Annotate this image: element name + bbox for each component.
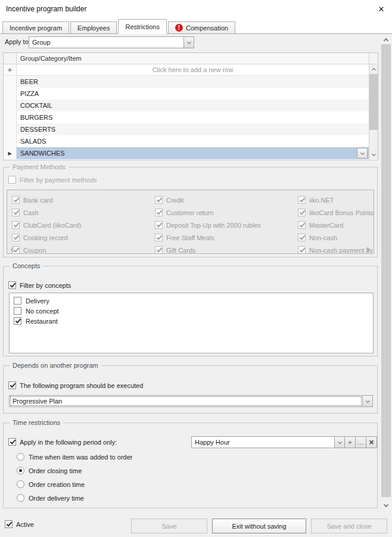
title-bar: Incentive program builder ✕ <box>0 0 392 18</box>
table-row-selected[interactable]: ▶ SANDWICHES <box>4 147 369 159</box>
checkbox-icon <box>298 209 306 216</box>
payment-methods-panel: Bank card Cash ClubCard (iikoCard) Cooki… <box>7 190 374 254</box>
depends-on-program-group: Depends on another program The following… <box>3 365 378 414</box>
radio-order-creation-time[interactable]: Order creation time <box>17 480 85 488</box>
grid-header-corner <box>4 53 17 64</box>
grid-header-row: Group/Category/Item <box>4 53 378 64</box>
apply-to-dropdown[interactable]: Group <box>29 36 194 48</box>
checkbox-icon <box>298 246 306 253</box>
close-icon[interactable]: ✕ <box>375 3 387 15</box>
exit-without-saving-button[interactable]: Exit without saving <box>212 519 306 533</box>
checkbox-icon <box>14 307 21 315</box>
checkbox-icon <box>12 234 20 241</box>
radio-order-closing-time[interactable]: Order closing time <box>17 467 82 474</box>
chevron-down-icon[interactable] <box>183 37 194 48</box>
program-dropdown[interactable]: Progressive Plan <box>9 395 373 407</box>
table-row[interactable]: SALADS <box>4 135 369 147</box>
table-cell: DESSERTS <box>17 123 369 135</box>
checkbox-label: Filter by concepts <box>20 282 71 289</box>
tab-restrictions[interactable]: Restrictions <box>118 19 166 34</box>
table-row[interactable]: BURGERS <box>4 111 369 123</box>
apply-period-checkbox[interactable]: Apply in the following period only: <box>8 438 117 446</box>
checkbox-icon <box>12 196 20 204</box>
radio-icon <box>17 480 24 488</box>
concept-item-no-concept[interactable]: No concept <box>14 306 373 316</box>
group-category-item-grid: Group/Category/Item ✳ Click here to add … <box>3 52 378 160</box>
payment-methods-column: Bank card Cash ClubCard (iikoCard) Cooki… <box>12 194 155 253</box>
add-period-button[interactable]: + <box>345 436 356 448</box>
plus-icon: + <box>348 439 351 446</box>
edit-period-button[interactable]: … <box>356 436 366 448</box>
table-cell: SALADS <box>17 135 369 147</box>
program-should-execute-checkbox[interactable]: The following program should be executed <box>8 381 143 389</box>
payment-method-item: Coupon <box>12 244 155 254</box>
active-checkbox[interactable]: Active <box>5 520 34 528</box>
radio-order-delivery-time[interactable]: Order delivery time <box>17 494 84 502</box>
payment-method-item: Deposit Top-Up with 2000 rubles <box>155 219 298 231</box>
grid-new-row[interactable]: ✳ Click here to add a new row <box>4 64 369 76</box>
payment-method-item: Cash <box>12 206 155 219</box>
checkbox-icon <box>155 209 163 216</box>
table-cell: COCKTAIL <box>17 100 369 111</box>
save-button[interactable]: Save <box>131 519 207 533</box>
filter-by-payment-methods-checkbox[interactable]: Filter by payment methods <box>8 176 97 184</box>
checkbox-icon <box>298 234 306 241</box>
new-row-hint: Click here to add a new row <box>17 64 369 75</box>
concept-item-restaurant[interactable]: Restaurant <box>14 316 373 326</box>
payment-method-item: iiko.NET <box>298 194 374 206</box>
payment-method-item: Non-cash <box>298 231 374 244</box>
clear-period-button[interactable]: ✕ <box>366 436 377 448</box>
scroll-down-icon[interactable] <box>381 501 391 510</box>
apply-to-value: Group <box>29 37 183 48</box>
checkbox-icon <box>14 297 21 305</box>
checkbox-icon <box>298 221 306 229</box>
radio-icon <box>17 467 24 474</box>
ellipsis-icon: … <box>357 439 364 446</box>
time-restrictions-group: Time restrictions Apply in the following… <box>3 423 378 508</box>
checkbox-icon <box>8 381 16 389</box>
page-vertical-scrollbar[interactable] <box>381 35 391 510</box>
chevron-down-icon[interactable] <box>362 396 372 406</box>
checkbox-label: Apply in the following period only: <box>20 439 117 446</box>
grid-vertical-scrollbar[interactable] <box>369 64 378 159</box>
chevron-down-icon <box>360 150 364 154</box>
tab-label: Restrictions <box>125 23 159 30</box>
scroll-up-icon[interactable] <box>381 35 391 44</box>
payment-method-item: Credit <box>155 194 298 206</box>
checkbox-label: The following program should be executed <box>20 382 143 389</box>
radio-time-item-added[interactable]: Time when item was added to order <box>17 453 132 461</box>
scrollbar-thumb[interactable] <box>369 74 378 130</box>
payment-method-item: Cooking record <box>12 231 155 244</box>
incentive-program-builder-dialog: Incentive program builder ✕ Incentive pr… <box>0 0 392 537</box>
checkbox-icon <box>8 176 16 184</box>
scroll-down-icon[interactable] <box>369 150 378 159</box>
concept-item-delivery[interactable]: Delivery <box>14 296 373 306</box>
payment-method-item: Gift Cards <box>155 244 298 254</box>
concepts-group: Concepts Filter by concepts Delivery No … <box>3 266 378 356</box>
table-row[interactable]: COCKTAIL <box>4 100 369 111</box>
tab-incentive-program[interactable]: Incentive program <box>2 21 69 33</box>
chevron-down-icon[interactable] <box>334 437 344 448</box>
scroll-up-icon[interactable] <box>369 64 378 73</box>
payment-method-item: Customer return <box>155 206 298 219</box>
cell-dropdown-button[interactable] <box>357 148 368 159</box>
payment-method-item: iikoCard Bonus Points <box>298 206 374 219</box>
table-row[interactable]: DESSERTS <box>4 123 369 135</box>
tab-employees[interactable]: Employees <box>70 21 117 33</box>
period-dropdown[interactable]: Happy Hour <box>191 436 345 448</box>
save-and-close-button[interactable]: Save and close <box>311 519 387 533</box>
table-cell: SANDWICHES <box>20 147 65 159</box>
row-header-cell <box>4 111 17 123</box>
dialog-title: Incentive program builder <box>6 5 86 13</box>
filter-by-concepts-checkbox[interactable]: Filter by concepts <box>8 281 71 289</box>
grid-body: ✳ Click here to add a new row BEER PIZZA… <box>4 64 378 159</box>
grid-scrollbar-cap <box>369 53 378 64</box>
payment-method-item: ClubCard (iikoCard) <box>12 219 155 231</box>
table-row[interactable]: PIZZA <box>4 88 369 100</box>
grid-column-header[interactable]: Group/Category/Item <box>17 53 369 64</box>
checkbox-icon <box>12 221 20 229</box>
clear-icon: ✕ <box>369 439 374 446</box>
table-row[interactable]: BEER <box>4 76 369 88</box>
tab-compensation[interactable]: ! Compensation <box>168 21 235 33</box>
scrollbar-thumb[interactable] <box>381 44 391 497</box>
